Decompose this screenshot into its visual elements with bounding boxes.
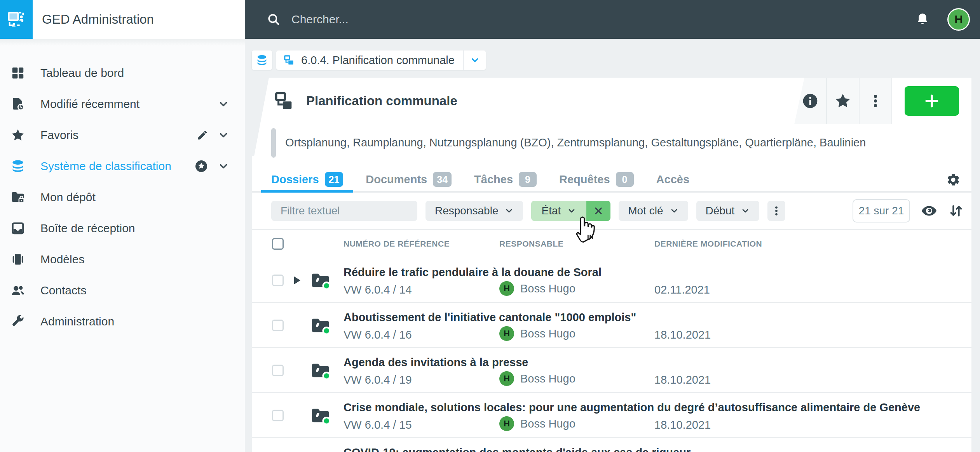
owner-name: Boss Hugo [520,327,575,340]
chevron-down-icon [741,206,750,216]
card-actions [794,78,971,124]
ged-logo-icon [6,9,26,30]
tab-label: Documents [366,173,427,186]
table-row[interactable]: Agenda des invitations à la presse VW 6.… [252,348,971,393]
dossier-date: 02.11.2021 [654,280,971,296]
tab-dossiers[interactable]: Dossiers 21 [271,168,343,191]
sort-arrows-icon [948,203,964,219]
notifications-bell-icon[interactable] [915,12,930,27]
column-header-modification[interactable]: DERNIÈRE MODIFICATION [654,239,971,249]
row-checkbox[interactable] [272,275,284,286]
tab-documents[interactable]: Documents 34 [366,168,452,191]
kebab-menu-icon [771,205,782,217]
card-header: Planification communale [252,78,971,124]
database-icon [10,158,26,174]
table-row[interactable]: COVID-19: augmentation des montants d'ai… [252,438,971,452]
page-title: Planification communale [306,94,457,108]
visibility-button[interactable] [921,202,938,219]
owner-avatar: H [499,326,514,341]
filter-etat[interactable]: État [531,201,586,221]
row-checkbox[interactable] [272,365,284,376]
dossier-folder-icon [311,407,330,424]
gear-icon [946,172,961,187]
filter-mot-cle[interactable]: Mot clé [619,201,688,221]
search-icon[interactable] [267,12,281,26]
tabs: Dossiers 21 Documents 34 Tâches 9 Requêt… [252,168,971,193]
row-checkbox[interactable] [272,410,284,421]
sidebar-item-templates[interactable]: Modèles [0,244,245,275]
sidebar-item-label: Système de classification [40,160,171,173]
dossier-reference: VW 6.0.4 / 15 [335,415,499,431]
sidebar-item-contacts[interactable]: Contacts [0,275,245,306]
tab-requetes[interactable]: Requêtes 0 [559,168,634,191]
column-header-reference[interactable]: NUMÉRO DE RÉFÉRENCE [335,239,499,249]
sidebar-item-dashboard[interactable]: Tableau de bord [0,57,245,89]
chevron-down-icon[interactable] [218,98,229,110]
filter-label: Début [706,205,735,217]
row-checkbox[interactable] [272,320,284,331]
app-logo[interactable] [0,0,33,39]
more-filters-button[interactable] [767,201,785,221]
edit-pencil-icon[interactable] [197,129,208,141]
tab-label: Tâches [474,173,513,186]
filter-bar: Responsable État Mot clé [252,193,971,230]
table-row[interactable]: Réduire le trafic pendulaire à la douane… [252,258,971,303]
expand-arrow-icon[interactable] [294,276,300,284]
dossier-folder-icon [311,272,330,289]
dossier-owner: H Boss Hugo [499,415,654,431]
sidebar-item-classification-system[interactable]: Système de classification [0,151,245,182]
info-button[interactable] [794,78,826,124]
filter-debut[interactable]: Début [696,201,760,221]
breadcrumb-current-chip[interactable]: 6.0.4. Planification communale [276,50,486,70]
tab-count-badge: 21 [325,172,344,187]
add-button[interactable] [905,86,959,116]
filter-responsable[interactable]: Responsable [425,201,523,221]
search-input[interactable] [291,13,641,26]
org-structure-icon [283,54,295,66]
dossier-title[interactable]: Crise mondiale, solutions locales: pour … [335,401,971,415]
dossier-reference: VW 6.0.4 / 16 [335,325,499,341]
dossier-owner: H Boss Hugo [499,280,654,296]
filter-etat-clear-button[interactable] [586,201,610,221]
table-row[interactable]: Crise mondiale, solutions locales: pour … [252,393,971,438]
chevron-down-icon[interactable] [218,129,229,141]
table-row[interactable]: Aboutissement de l'initiative cantonale … [252,303,971,348]
global-search [267,12,915,26]
select-all-checkbox[interactable] [272,238,284,250]
sidebar-item-inbox[interactable]: Boîte de réception [0,213,245,244]
tab-taches[interactable]: Tâches 9 [474,168,537,191]
sidebar-item-favorites[interactable]: Favoris [0,120,245,151]
sort-button[interactable] [948,203,964,219]
sidebar-item-recently-modified[interactable]: Modifié récemment [0,89,245,120]
favorite-button[interactable] [826,78,859,124]
sidebar-item-administration[interactable]: Administration [0,306,245,337]
column-header-responsable[interactable]: RESPONSABLE [499,239,654,249]
filter-label: Mot clé [628,205,663,217]
table-settings-button[interactable] [946,172,961,189]
dossier-title[interactable]: Aboutissement de l'initiative cantonale … [335,311,971,325]
favorite-circle-icon[interactable] [194,159,208,173]
breadcrumb-dropdown-button[interactable] [464,50,486,70]
tab-label: Accès [656,173,689,186]
tab-acces[interactable]: Accès [656,168,689,191]
chevron-down-icon[interactable] [218,160,229,172]
main-area: 6.0.4. Planification communale Planifica… [245,39,980,452]
description-text: Ortsplanung, Raumplanung, Nutzungsplanun… [285,136,866,150]
more-actions-button[interactable] [859,78,891,124]
user-avatar[interactable]: H [947,8,970,31]
dossier-title[interactable]: Agenda des invitations à la presse [335,356,971,370]
breadcrumb-root-chip[interactable] [252,50,272,70]
dashboard-grid-icon [10,65,26,81]
sidebar-item-label: Modèles [40,253,84,266]
star-icon [834,92,852,110]
text-filter-input[interactable] [271,201,417,221]
dossier-reference: VW 6.0.4 / 14 [335,280,499,296]
dossier-title[interactable]: COVID-19: augmentation des montants d'ai… [335,446,971,452]
dossier-title[interactable]: Réduire le trafic pendulaire à la douane… [335,266,971,280]
sidebar-item-label: Contacts [40,284,86,297]
kebab-menu-icon [868,93,883,109]
dossier-folder-icon [311,362,330,379]
sidebar-item-my-repository[interactable]: Mon dépôt [0,182,245,213]
sidebar-shade [0,39,245,46]
app-window: GED Administration Tableau de bord Modif… [0,0,980,452]
